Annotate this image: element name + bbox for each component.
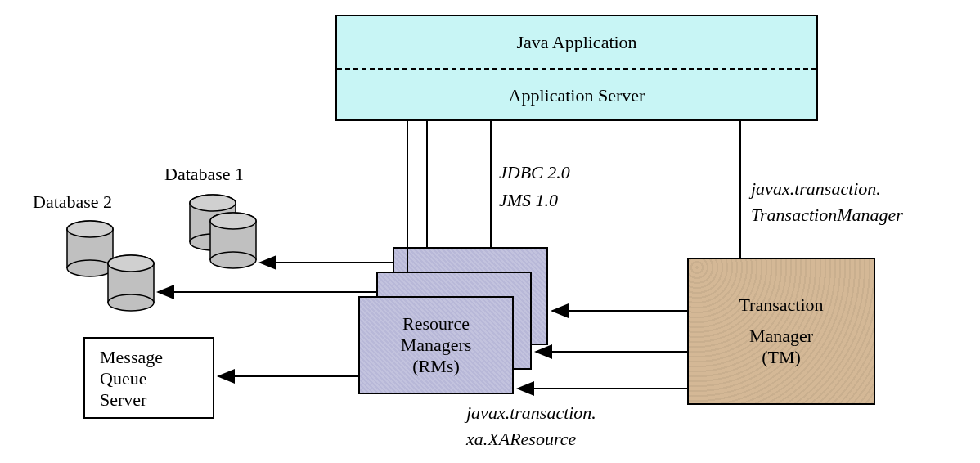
database1-label: Database 1: [164, 164, 244, 185]
message-queue-box: Message Queue Server: [83, 337, 214, 419]
database2-label: Database 2: [33, 191, 112, 213]
svg-point-17: [67, 260, 113, 276]
svg-point-11: [210, 252, 256, 268]
application-server-label: Application Server: [337, 70, 816, 121]
svg-point-18: [67, 221, 113, 237]
tm-label-1: Transaction: [739, 294, 823, 316]
rm-label-2: Managers: [401, 335, 472, 356]
jtm-label-2: TransactionManager: [751, 205, 903, 226]
tm-label-2: Manager: [749, 326, 813, 347]
svg-point-23: [108, 294, 154, 311]
svg-rect-2: [190, 203, 236, 242]
svg-rect-14: [67, 229, 113, 268]
jms-label: JMS 1.0: [499, 190, 558, 211]
database1-icon: [190, 195, 256, 268]
xa-label-1: javax.transaction.: [466, 402, 596, 424]
svg-point-6: [190, 195, 236, 211]
svg-point-19: [108, 255, 154, 272]
svg-point-7: [210, 213, 256, 229]
svg-point-24: [108, 255, 154, 272]
rm-label-3: (RMs): [412, 356, 459, 377]
tm-label-3: (TM): [762, 347, 801, 368]
msg-label-2: Queue: [100, 368, 198, 389]
rm-label-1: Resource: [402, 313, 470, 335]
database2-icon: [67, 221, 154, 311]
tm-box: Transaction Manager (TM): [687, 258, 875, 405]
svg-rect-20: [108, 263, 154, 303]
xa-label-2: xa.XAResource: [466, 429, 576, 450]
java-application-label: Java Application: [337, 16, 816, 70]
svg-point-1: [190, 195, 236, 211]
svg-rect-8: [210, 221, 256, 260]
jdbc-label: JDBC 2.0: [499, 162, 570, 183]
svg-point-12: [210, 213, 256, 229]
application-box: Java Application Application Server: [335, 15, 818, 121]
msg-label-3: Server: [100, 389, 198, 411]
msg-label-1: Message: [100, 347, 198, 368]
svg-point-5: [190, 234, 236, 250]
jtm-label-1: javax.transaction.: [751, 178, 881, 200]
svg-point-13: [67, 221, 113, 237]
rm-box-front: Resource Managers (RMs): [358, 296, 514, 394]
